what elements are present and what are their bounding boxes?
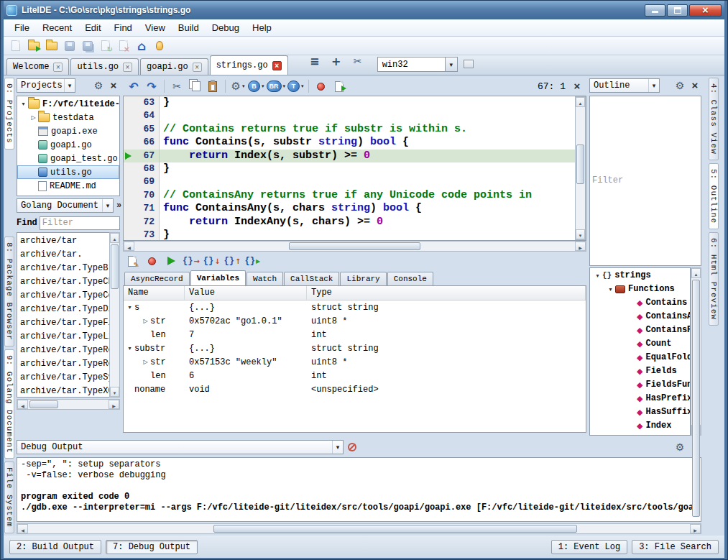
- code-line-69[interactable]: 69: [124, 175, 575, 188]
- menu-help[interactable]: Help: [246, 21, 278, 35]
- open-folder-icon[interactable]: [44, 38, 60, 54]
- scroll-track[interactable]: [110, 243, 119, 387]
- scroll-track[interactable]: [134, 242, 575, 251]
- project-item-goapi-test-go[interactable]: goapi_test.go: [17, 152, 119, 165]
- tab-close-icon[interactable]: ×: [193, 63, 202, 72]
- status-button-1-event-log[interactable]: 1: Event Log: [551, 540, 627, 554]
- menu-build[interactable]: Build: [172, 21, 206, 35]
- expander-icon[interactable]: ▾: [593, 272, 602, 279]
- outline-item-fieldsfunc[interactable]: ◆FieldsFunc: [590, 378, 690, 392]
- expander-icon[interactable]: ▷: [29, 114, 38, 121]
- projects-close-button[interactable]: [107, 79, 120, 92]
- scroll-thumb[interactable]: [111, 244, 119, 289]
- close-editor-button[interactable]: [571, 80, 584, 93]
- debug-log-icon[interactable]: [124, 253, 140, 269]
- expander-icon[interactable]: ▾: [606, 286, 615, 293]
- godoc-scrollbar[interactable]: [109, 232, 120, 398]
- outline-item-indexany[interactable]: ◆IndexAny: [590, 433, 690, 436]
- code-line-64[interactable]: 64: [124, 109, 575, 122]
- side-tab-0-projects[interactable]: 0: Projects: [4, 78, 14, 150]
- file-list-icon[interactable]: [307, 53, 323, 69]
- expander-icon[interactable]: ▾: [125, 345, 134, 352]
- outline-item-hassuffix[interactable]: ◆HasSuffix: [590, 405, 690, 419]
- outline-item-containsrune[interactable]: ◆ContainsRune: [590, 323, 690, 337]
- run-to-line-icon[interactable]: [244, 253, 260, 269]
- scroll-thumb[interactable]: [692, 280, 700, 517]
- debug-tab-console[interactable]: Console: [387, 272, 433, 285]
- outline-item-count[interactable]: ◆Count: [590, 337, 690, 351]
- redo-icon[interactable]: [144, 78, 160, 94]
- doc-item-archive-tar-typedir[interactable]: archive/tar.TypeDir: [17, 302, 109, 316]
- add-editor-icon[interactable]: [328, 53, 344, 69]
- tab-utils-go[interactable]: utils.go×: [70, 58, 139, 75]
- scroll-up-icon[interactable]: [110, 233, 119, 243]
- test-icon[interactable]: T▾: [287, 78, 304, 94]
- golang-document-combo[interactable]: Golang Document: [17, 198, 114, 213]
- scroll-right-icon[interactable]: [575, 242, 586, 251]
- expander-icon[interactable]: ▾: [19, 101, 28, 107]
- debug-output-menu-button[interactable]: [673, 441, 686, 454]
- paste-icon[interactable]: [205, 78, 221, 94]
- side-tab-8-package-browser[interactable]: 8: Package Browser: [4, 237, 14, 346]
- tab-strings-go[interactable]: strings.go×: [210, 55, 288, 75]
- open-file-icon[interactable]: [26, 38, 42, 54]
- maximize-button[interactable]: [667, 4, 688, 17]
- build-icon[interactable]: B▾: [248, 78, 264, 94]
- option-icon[interactable]: [152, 38, 167, 54]
- code-editor[interactable]: 63}6465// Contains returns true if subst…: [123, 96, 586, 241]
- home-icon[interactable]: [134, 38, 149, 54]
- menu-file[interactable]: File: [8, 21, 36, 35]
- status-button-7-debug-output[interactable]: 7: Debug Output: [106, 540, 198, 554]
- step-out-icon[interactable]: [224, 253, 241, 269]
- tab-close-icon[interactable]: ×: [53, 63, 63, 72]
- undo-icon[interactable]: [126, 78, 142, 94]
- scroll-left-icon[interactable]: [124, 242, 134, 251]
- variable-row-s[interactable]: ▾s{...}struct string: [124, 300, 586, 314]
- side-tab-5-outline[interactable]: 5: Outline: [709, 163, 719, 229]
- build-config-icon[interactable]: ▾: [230, 78, 246, 94]
- scroll-right-icon[interactable]: [109, 400, 119, 409]
- code-line-65[interactable]: 65// Contains returns true if substr is …: [124, 123, 575, 136]
- menu-recent[interactable]: Recent: [36, 21, 78, 35]
- status-button-3-file-search[interactable]: 3: File Search: [632, 540, 719, 554]
- continue-icon[interactable]: [163, 253, 179, 269]
- start-debug-icon[interactable]: [313, 78, 329, 94]
- scroll-track[interactable]: [28, 400, 109, 409]
- menu-view[interactable]: View: [139, 21, 172, 35]
- doc-item-archive-tar[interactable]: archive/tar: [17, 234, 109, 247]
- scroll-thumb[interactable]: [213, 525, 578, 533]
- doc-item-archive-tar-typecont[interactable]: archive/tar.TypeCont: [17, 288, 109, 302]
- close-editor-tab-icon[interactable]: [350, 53, 366, 69]
- project-item-goapi-exe[interactable]: goapi.exe: [17, 124, 119, 138]
- variable-row-str[interactable]: ▷str0x57153c "weekly"uint8 *: [124, 355, 586, 369]
- menu-debug[interactable]: Debug: [206, 21, 246, 35]
- outline-menu-button[interactable]: [673, 79, 686, 92]
- outline-item-index[interactable]: ◆Index: [590, 419, 690, 433]
- outline-close-button[interactable]: [688, 79, 701, 92]
- variable-row-str[interactable]: ▷str0x5702ac "go1.0.1"uint8 *: [124, 314, 586, 328]
- debug-tab-asyncrecord[interactable]: AsyncRecord: [124, 272, 190, 285]
- code-line-67[interactable]: 67 return Index(s, substr) >= 0: [124, 150, 575, 162]
- doc-item-archive-tar-typesymlink[interactable]: archive/tar.TypeSymlink: [17, 370, 109, 384]
- scroll-track[interactable]: [28, 524, 690, 533]
- chevron-down-icon[interactable]: [64, 79, 75, 92]
- copy-icon[interactable]: [187, 78, 203, 94]
- code-line-70[interactable]: 70// ContainsAny returns true if any Uni…: [124, 189, 575, 202]
- doc-item-archive-tar-typeblock[interactable]: archive/tar.TypeBlock: [17, 261, 109, 275]
- scroll-down-icon[interactable]: [576, 229, 585, 239]
- column-header-value[interactable]: Value: [185, 286, 307, 300]
- side-tab-6-html-preview[interactable]: 6: Html Preview: [709, 232, 719, 326]
- debug-tab-library[interactable]: Library: [340, 272, 386, 285]
- tab-goapi-go[interactable]: goapi.go×: [140, 58, 208, 75]
- chevron-down-icon[interactable]: [648, 79, 659, 92]
- tab-close-icon[interactable]: ×: [272, 61, 282, 70]
- outline-item-containsany[interactable]: ◆ContainsAny: [590, 310, 690, 323]
- project-item-goapi-go[interactable]: goapi.go: [17, 138, 119, 152]
- side-tab-file-system[interactable]: File System: [4, 462, 14, 533]
- editor-hscrollbar[interactable]: [123, 241, 586, 252]
- debug-tab-callstack[interactable]: CallStack: [284, 272, 339, 285]
- code-line-68[interactable]: 68}: [124, 162, 575, 175]
- chevron-down-icon[interactable]: [102, 199, 113, 212]
- side-tab-4-class-view[interactable]: 4: Class View: [709, 78, 719, 160]
- outline-item-functions[interactable]: ▾Functions: [590, 283, 690, 296]
